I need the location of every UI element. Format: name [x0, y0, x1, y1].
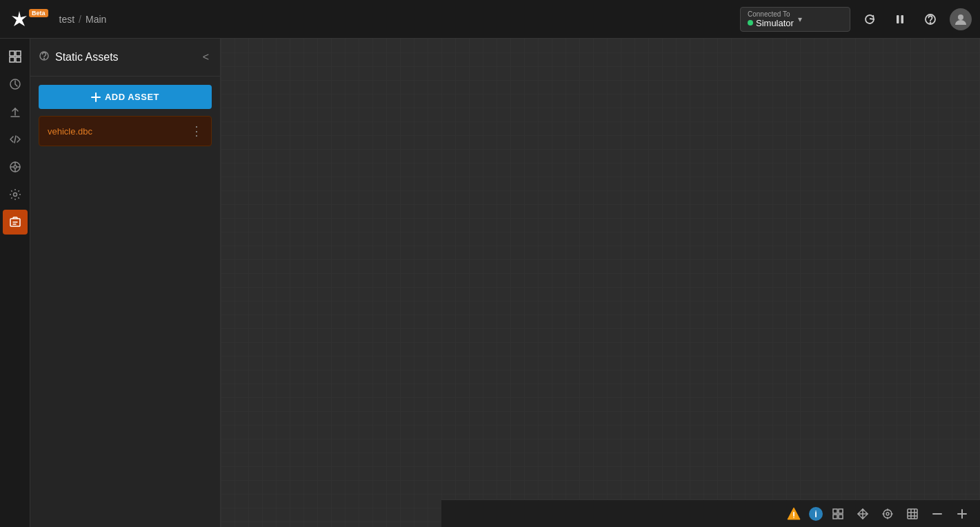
- svg-rect-34: [839, 509, 843, 513]
- asset-item-menu-icon[interactable]: ⋮: [190, 123, 203, 139]
- add-asset-label: ADD ASSET: [105, 92, 159, 102]
- nav-upload[interactable]: [3, 99, 28, 124]
- logo-area: Beta: [8, 8, 48, 30]
- warning-icon[interactable]: [784, 504, 803, 524]
- asset-list: vehicle.dbc ⋮: [39, 116, 212, 146]
- connection-label-bottom: Simulator: [748, 18, 794, 28]
- topbar: Beta test / Main Connected To Simulator …: [0, 0, 980, 39]
- connection-dropdown[interactable]: Connected To Simulator ▾: [740, 7, 850, 32]
- svg-rect-33: [833, 509, 837, 513]
- svg-rect-43: [908, 509, 917, 519]
- topbar-right: Connected To Simulator ▾: [740, 7, 972, 32]
- svg-point-3: [930, 22, 931, 23]
- grid-background: [221, 39, 980, 527]
- panel-title: Static Assets: [55, 51, 194, 63]
- pause-button[interactable]: [889, 8, 911, 30]
- svg-point-23: [44, 59, 45, 59]
- connected-status-dot: [748, 20, 753, 26]
- svg-rect-5: [10, 51, 14, 56]
- beta-badge: Beta: [29, 9, 48, 17]
- svg-point-37: [883, 510, 892, 518]
- zoom-in-button[interactable]: [952, 504, 972, 524]
- svg-rect-1: [901, 15, 904, 23]
- table-icon[interactable]: [903, 504, 922, 524]
- side-panel: Static Assets < ADD ASSET vehicle.dbc ⋮: [30, 39, 221, 527]
- breadcrumb-project[interactable]: test: [59, 14, 75, 25]
- nav-history[interactable]: [3, 72, 28, 97]
- connection-label-area: Connected To Simulator: [748, 10, 794, 28]
- svg-point-38: [886, 513, 889, 515]
- svg-line-11: [14, 136, 16, 143]
- user-avatar[interactable]: [950, 8, 972, 30]
- zoom-out-button[interactable]: [928, 504, 947, 524]
- nav-assets[interactable]: [3, 210, 28, 235]
- nav-code[interactable]: [3, 127, 28, 152]
- main-layout: Static Assets < ADD ASSET vehicle.dbc ⋮: [0, 39, 980, 527]
- svg-rect-27: [221, 39, 980, 527]
- info-icon[interactable]: [809, 507, 823, 521]
- breadcrumb-separator: /: [79, 14, 81, 25]
- svg-point-13: [14, 166, 17, 168]
- breadcrumb: test / Main: [59, 14, 107, 25]
- help-button[interactable]: [919, 8, 941, 30]
- refresh-button[interactable]: [859, 8, 881, 30]
- logo-icon[interactable]: [8, 8, 30, 30]
- svg-point-4: [958, 14, 963, 20]
- move-icon[interactable]: [853, 504, 872, 524]
- nav-settings[interactable]: [3, 182, 28, 207]
- svg-rect-6: [16, 51, 21, 56]
- nav-extension[interactable]: [3, 155, 28, 179]
- panel-help-icon[interactable]: [39, 50, 50, 64]
- svg-rect-0: [897, 15, 899, 23]
- canvas-area[interactable]: [221, 39, 980, 527]
- asset-item[interactable]: vehicle.dbc ⋮: [39, 116, 212, 146]
- asset-item-name: vehicle.dbc: [48, 126, 92, 137]
- connection-label-top: Connected To: [748, 10, 794, 18]
- svg-point-32: [815, 510, 817, 512]
- status-bar: [441, 499, 980, 527]
- target-icon[interactable]: [878, 504, 897, 524]
- panel-content: ADD ASSET vehicle.dbc ⋮: [30, 77, 220, 527]
- nav-layout[interactable]: [3, 44, 28, 69]
- svg-rect-35: [833, 515, 837, 519]
- add-asset-button[interactable]: ADD ASSET: [39, 85, 212, 109]
- svg-point-18: [13, 193, 17, 197]
- svg-rect-8: [16, 57, 21, 62]
- icon-nav: [0, 39, 30, 527]
- chevron-down-icon: ▾: [798, 14, 802, 24]
- side-panel-header: Static Assets <: [30, 39, 220, 77]
- panel-collapse-button[interactable]: <: [200, 50, 212, 65]
- svg-point-29: [793, 517, 794, 518]
- svg-rect-36: [839, 515, 843, 519]
- breadcrumb-page[interactable]: Main: [86, 14, 106, 25]
- svg-rect-7: [10, 57, 14, 62]
- grid-icon[interactable]: [828, 504, 848, 524]
